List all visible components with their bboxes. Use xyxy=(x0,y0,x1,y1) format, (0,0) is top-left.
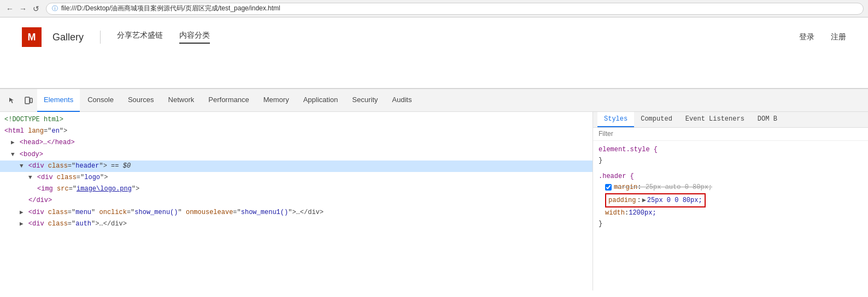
reload-button[interactable]: ↺ xyxy=(31,3,42,14)
browser-bar: ← → ↺ ⓘ file:///D:/Desktop/油画商城项目案例源代码/页… xyxy=(0,0,868,17)
css-element-style-block: element.style { } xyxy=(599,144,863,167)
site-name: Gallery xyxy=(52,32,84,43)
right-tab-bar: Styles Computed Event Listeners DOM B xyxy=(593,112,868,128)
dom-line-div-logo-close: </div> xyxy=(0,195,593,206)
css-element-style-selector: element.style { xyxy=(599,146,658,153)
dom-line-head[interactable]: ▶ <head>…</head> xyxy=(0,137,593,148)
site-header: M Gallery 分享艺术盛链 内容分类 登录 注册 xyxy=(0,17,868,57)
forward-button[interactable]: → xyxy=(17,3,28,14)
dom-line-div-menu[interactable]: ▶ <div class="menu" onclick="show_menu()… xyxy=(0,207,593,218)
css-margin-property: margin: 25px auto 0 80px; xyxy=(614,182,712,193)
site-auth-login[interactable]: 登录 xyxy=(799,32,814,42)
site-nav-divider xyxy=(100,31,101,44)
dom-line-div-auth[interactable]: ▶ <div class="auth">…</div> xyxy=(0,218,593,230)
tab-elements[interactable]: Elements xyxy=(37,89,80,112)
dom-line-body[interactable]: ▼ <body> xyxy=(0,149,593,161)
back-button[interactable]: ← xyxy=(4,3,15,14)
devtools-tab-bar: Elements Console Sources Network Perform… xyxy=(0,89,868,112)
css-padding-value: 25px 0 0 80px; xyxy=(647,195,702,206)
address-text: file:///D:/Desktop/油画商城项目案例源代码/页眉区完成/tes… xyxy=(61,4,280,13)
site-logo: M xyxy=(22,27,42,47)
site-auth: 登录 注册 xyxy=(799,32,846,42)
tab-memory[interactable]: Memory xyxy=(257,89,296,112)
css-padding-row: padding: ▶ 25px 0 0 80px; xyxy=(599,193,863,207)
site-nav: 分享艺术盛链 内容分类 xyxy=(117,31,788,44)
css-margin-row: margin: 25px auto 0 80px; xyxy=(599,182,863,193)
dom-line-div-logo[interactable]: ▼ <div class="logo"> xyxy=(0,172,593,183)
device-toolbar-icon[interactable] xyxy=(21,93,36,108)
right-tab-computed[interactable]: Computed xyxy=(634,112,679,127)
tab-audits[interactable]: Audits xyxy=(385,89,418,112)
devtools-body: <!DOCTYPE html> <html lang="en"> ▶ <head… xyxy=(0,112,868,290)
filter-input[interactable] xyxy=(599,130,863,138)
site-nav-item-1[interactable]: 内容分类 xyxy=(179,31,210,44)
tab-network[interactable]: Network xyxy=(162,89,201,112)
dom-line-doctype: <!DOCTYPE html> xyxy=(0,114,593,126)
css-margin-checkbox[interactable] xyxy=(605,184,612,191)
css-header-selector: .header { xyxy=(599,173,634,180)
svg-rect-0 xyxy=(25,97,30,104)
element-picker-icon[interactable] xyxy=(4,93,20,108)
tab-sources[interactable]: Sources xyxy=(121,89,161,112)
css-width-property: width xyxy=(605,207,625,218)
site-auth-register[interactable]: 注册 xyxy=(831,32,846,42)
site-nav-item-0[interactable]: 分享艺术盛链 xyxy=(117,31,163,44)
right-tab-styles[interactable]: Styles xyxy=(597,112,634,127)
css-width-value: 1200px; xyxy=(629,207,656,218)
css-width-row: width: 1200px; xyxy=(599,207,863,218)
devtools-panel: Elements Console Sources Network Perform… xyxy=(0,88,868,290)
tab-application[interactable]: Application xyxy=(297,89,345,112)
styles-panel: Styles Computed Event Listeners DOM B el… xyxy=(593,112,868,290)
dom-line-img[interactable]: <img src="image\logo.png"> xyxy=(0,183,593,195)
dom-line-html: <html lang="en"> xyxy=(0,126,593,137)
tab-performance[interactable]: Performance xyxy=(202,89,255,112)
css-padding-highlighted-box: padding: ▶ 25px 0 0 80px; xyxy=(605,193,706,207)
right-tab-dom-b[interactable]: DOM B xyxy=(751,112,784,127)
dom-line-div-header[interactable]: ▼ <div class="header"> == $0 xyxy=(0,161,593,172)
page-content: M Gallery 分享艺术盛链 内容分类 登录 注册 xyxy=(0,17,868,88)
tab-console[interactable]: Console xyxy=(81,89,120,112)
css-margin-value: 25px auto 0 80px; xyxy=(646,183,712,191)
right-tab-event-listeners[interactable]: Event Listeners xyxy=(679,112,751,127)
filter-bar xyxy=(593,128,868,141)
css-header-close: } xyxy=(599,220,602,228)
css-styles-content: element.style { } .header { margin: 25px… xyxy=(593,141,868,237)
css-padding-property: padding xyxy=(608,195,636,206)
css-element-style-close: } xyxy=(599,157,602,164)
svg-rect-1 xyxy=(30,98,32,103)
css-header-block: .header { margin: 25px auto 0 80px; padd… xyxy=(599,171,863,230)
css-padding-expand-arrow[interactable]: ▶ xyxy=(642,195,646,206)
tab-security[interactable]: Security xyxy=(345,89,384,112)
dom-panel[interactable]: <!DOCTYPE html> <html lang="en"> ▶ <head… xyxy=(0,112,593,290)
address-bar[interactable]: ⓘ file:///D:/Desktop/油画商城项目案例源代码/页眉区完成/t… xyxy=(46,3,864,15)
nav-icons: ← → ↺ xyxy=(4,3,42,14)
lock-icon: ⓘ xyxy=(52,4,58,13)
